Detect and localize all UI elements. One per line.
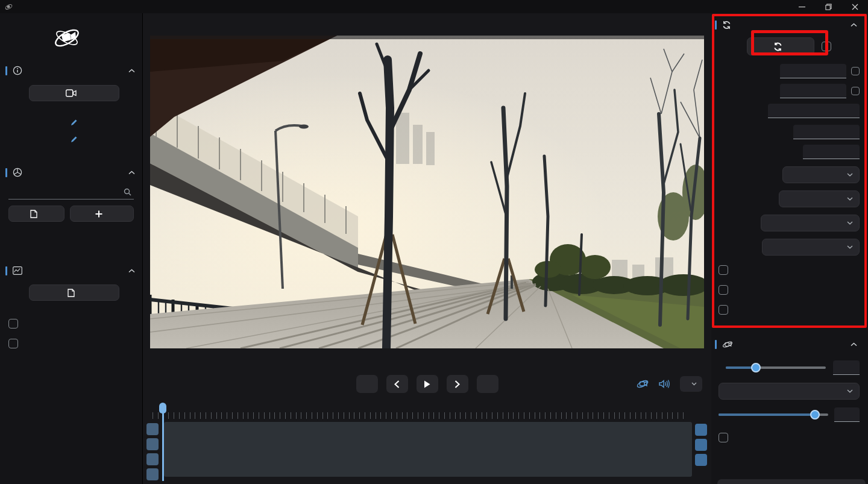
rotation-checkbox[interactable]: [8, 339, 18, 348]
prev-frame-button[interactable]: [386, 375, 408, 393]
axis-pitch-button[interactable]: [146, 438, 159, 450]
chevron-up-icon[interactable]: [128, 171, 135, 175]
sync-search-size-checkbox[interactable]: [851, 87, 860, 95]
section-accent: [715, 340, 717, 349]
show-optical-flow-row: [719, 305, 860, 315]
fov-value-input[interactable]: [833, 360, 860, 375]
lock-horizon-checkbox[interactable]: [719, 433, 728, 442]
auto-sync-button[interactable]: [747, 37, 814, 55]
gyro-waveform: [164, 422, 692, 477]
chevron-up-icon[interactable]: [851, 23, 857, 27]
playhead-line: [162, 406, 164, 481]
chevron-up-icon[interactable]: [851, 342, 857, 347]
trim-end-button[interactable]: [477, 375, 498, 393]
section-accent: [715, 20, 717, 30]
axis-roll-button[interactable]: [146, 453, 159, 465]
next-section-partial: [717, 479, 866, 484]
video-open-file-button[interactable]: [29, 85, 119, 101]
lock-horizon-row: [719, 433, 860, 442]
pose-method-dropdown[interactable]: [761, 215, 860, 231]
low-pass-checkbox[interactable]: [8, 319, 18, 328]
section-accent: [5, 168, 7, 177]
volume-icon[interactable]: [659, 379, 670, 389]
show-optical-flow-checkbox[interactable]: [719, 305, 728, 315]
smoothness-value-input[interactable]: [834, 407, 860, 422]
processing-resolution-dropdown[interactable]: [782, 166, 860, 183]
sync-low-pass-checkbox[interactable]: [719, 265, 728, 275]
lens-profile-fields: [5, 229, 142, 241]
playhead[interactable]: [159, 403, 166, 481]
section-accent: [5, 66, 7, 75]
playback-speed-dropdown[interactable]: [680, 376, 702, 392]
close-button[interactable]: [841, 0, 868, 13]
lens-create-new-button[interactable]: [70, 206, 134, 222]
fov-slider[interactable]: [726, 366, 826, 369]
next-frame-button[interactable]: [447, 375, 468, 393]
rough-gyro-offset-input[interactable]: [780, 64, 846, 78]
axis-zoom-button[interactable]: [146, 468, 159, 480]
left-sidebar: [0, 13, 143, 484]
synchronization-header[interactable]: [719, 17, 860, 33]
offset-method-dropdown[interactable]: [762, 239, 860, 256]
optical-flow-method-dropdown[interactable]: [779, 190, 860, 207]
axis-yaw-button[interactable]: [146, 423, 159, 435]
smoothness-slider[interactable]: [719, 413, 828, 416]
smoothness-slider-handle[interactable]: [810, 410, 820, 420]
minimize-button[interactable]: [788, 0, 815, 13]
chevron-down-icon: [847, 389, 853, 393]
lens-profile-header[interactable]: [5, 165, 142, 180]
video-information-header[interactable]: [5, 63, 142, 78]
stabilization-profile-dropdown[interactable]: [719, 383, 860, 400]
chevron-up-icon[interactable]: [128, 69, 135, 73]
motion-data-fields: [5, 308, 142, 310]
time-per-sync-point-input[interactable]: [803, 145, 860, 159]
fov-slider-handle[interactable]: [751, 363, 761, 372]
chevron-up-icon[interactable]: [128, 269, 135, 273]
show-detected-features-row: [719, 285, 860, 295]
edit-pencil-icon[interactable]: [71, 119, 78, 126]
chevron-down-icon: [847, 221, 853, 225]
sync-search-size-input[interactable]: [780, 84, 846, 98]
section-accent: [5, 266, 7, 275]
lens-open-file-button[interactable]: [8, 206, 64, 222]
axis-yaw-button[interactable]: [695, 424, 707, 436]
rough-gyro-offset-checkbox[interactable]: [851, 67, 860, 75]
lens-icon: [13, 168, 22, 177]
field-label: [5, 136, 64, 143]
stabilization-preview-toggle-icon[interactable]: [636, 378, 649, 390]
timeline[interactable]: [143, 403, 711, 484]
motion-data-header[interactable]: [5, 263, 142, 278]
sync-arrows-icon: [773, 42, 782, 51]
gyro-waveform-panel[interactable]: [164, 422, 692, 477]
search-icon: [124, 188, 131, 196]
analyze-nth-frame-input[interactable]: [793, 125, 860, 139]
right-sidebar: [711, 13, 868, 484]
video-info-fields: [5, 109, 141, 145]
motion-open-file-button[interactable]: [29, 284, 119, 301]
video-camera-icon: [66, 89, 77, 97]
edit-pencil-icon[interactable]: [71, 136, 78, 143]
axis-roll-button[interactable]: [695, 454, 707, 466]
sync-low-pass-row: [719, 265, 860, 275]
motion-rotation-row: [8, 339, 142, 348]
video-preview[interactable]: [150, 36, 704, 348]
show-detected-features-checkbox[interactable]: [719, 285, 728, 295]
auto-sync-checkbox[interactable]: [822, 42, 831, 51]
max-sync-points-input[interactable]: [768, 104, 860, 118]
lens-search-input[interactable]: [8, 185, 134, 200]
axis-toggles-right: [695, 424, 707, 466]
motion-chart-icon: [13, 266, 22, 275]
axis-pitch-button[interactable]: [695, 439, 707, 451]
gyroflow-window: [0, 0, 868, 484]
info-icon: [13, 66, 22, 75]
chevron-down-icon: [847, 197, 853, 201]
player-controls: [143, 374, 711, 401]
chevron-down-icon: [847, 173, 853, 177]
trim-start-button[interactable]: [356, 375, 378, 393]
play-button[interactable]: [417, 375, 438, 393]
gyroflow-logo: [0, 13, 142, 63]
maximize-button[interactable]: [815, 0, 841, 13]
document-icon: [30, 210, 37, 218]
stabilization-header[interactable]: [719, 336, 860, 352]
plus-icon: [95, 210, 102, 218]
